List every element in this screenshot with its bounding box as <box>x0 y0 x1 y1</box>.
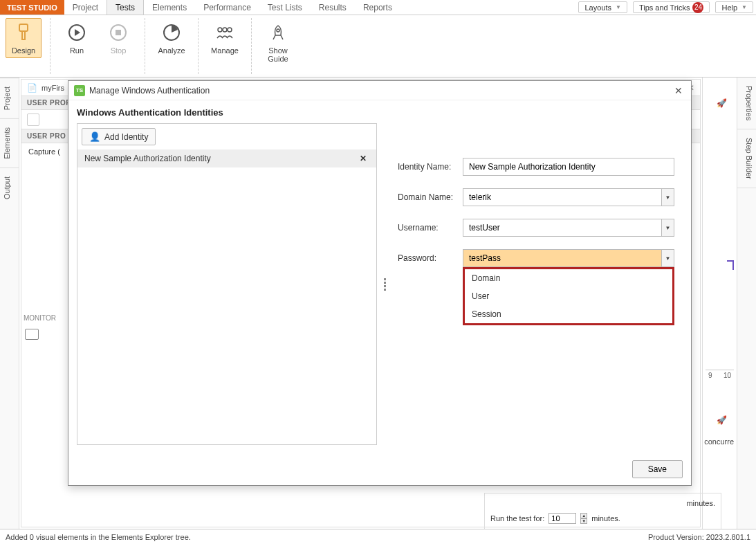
chart-icon <box>160 21 183 44</box>
domain-name-label: Domain Name: <box>398 192 463 202</box>
dialog-body: 👤 Add Identity New Sample Authorization … <box>68 123 691 453</box>
status-bar: Added 0 visual elements in the Elements … <box>0 529 756 544</box>
dropdown-option-user[interactable]: User <box>465 287 672 305</box>
show-guide-label: Show Guide <box>262 46 294 63</box>
svg-marker-3 <box>75 29 80 36</box>
password-input[interactable] <box>463 249 662 267</box>
run-button[interactable]: Run <box>59 18 95 58</box>
svg-point-7 <box>218 28 222 32</box>
menu-tests[interactable]: Tests <box>107 0 144 15</box>
play-icon <box>66 21 88 44</box>
dropdown-option-session[interactable]: Session <box>465 305 672 323</box>
menu-test-lists[interactable]: Test Lists <box>259 0 311 15</box>
identity-list-item[interactable]: New Sample Authorization Identity ✕ <box>77 149 376 167</box>
status-left: Added 0 visual elements in the Elements … <box>6 533 191 541</box>
brush-icon <box>12 21 35 44</box>
menu-elements[interactable]: Elements <box>144 0 195 15</box>
help-label: Help <box>721 3 737 12</box>
analyze-label: Analyze <box>158 46 185 55</box>
left-tab-elements[interactable]: Elements <box>0 118 19 167</box>
monitor-panel: MONITOR <box>21 311 62 344</box>
manage-auth-dialog: TS Manage Windows Authentication ✕ Windo… <box>68 80 692 486</box>
show-guide-button[interactable]: Show Guide <box>260 18 296 66</box>
doc-tab-name[interactable]: myFirs <box>42 84 64 92</box>
add-identity-label: Add Identity <box>104 132 148 142</box>
menu-results[interactable]: Results <box>311 0 355 15</box>
concurrent-label: concurre <box>704 437 734 446</box>
stop-label: Stop <box>111 46 127 55</box>
axis-ten: 10 <box>723 372 731 389</box>
password-label: Password: <box>398 253 463 263</box>
layouts-label: Layouts <box>584 3 611 12</box>
manage-button[interactable]: Manage <box>207 18 243 58</box>
password-dropdown-list: Domain User Session <box>463 267 674 325</box>
help-button[interactable]: Help ▼ <box>715 1 753 13</box>
svg-point-8 <box>223 28 227 32</box>
spinner-buttons[interactable]: ▲▼ <box>580 513 587 524</box>
brand-label: TEST STUDIO <box>0 0 64 15</box>
person-plus-icon: 👤 <box>89 132 100 142</box>
menu-reports[interactable]: Reports <box>355 0 400 15</box>
identities-list-pane: 👤 Add Identity New Sample Authorization … <box>77 123 377 445</box>
layouts-button[interactable]: Layouts ▼ <box>578 1 627 13</box>
rocket-icon[interactable]: 🚀 <box>717 98 727 108</box>
right-side-panel: 🚀 9 10 🚀 concurre <box>702 78 737 529</box>
dialog-title: Manage Windows Authentication <box>89 86 210 96</box>
right-tab-step-builder[interactable]: Step Builder <box>737 129 756 188</box>
axis-nine: 9 <box>708 372 712 389</box>
chevron-down-icon: ▼ <box>616 4 621 10</box>
svg-point-10 <box>277 29 279 32</box>
analyze-button[interactable]: Analyze <box>154 18 190 58</box>
tool-icon-1[interactable] <box>27 114 39 126</box>
menu-project[interactable]: Project <box>64 0 107 15</box>
status-right: Product Version: 2023.2.801.1 <box>648 533 750 541</box>
domain-name-input[interactable] <box>463 188 662 206</box>
tips-label: Tips and Tricks <box>639 3 690 12</box>
identity-form-pane: Identity Name: Domain Name: ▼ Username: … <box>392 123 683 445</box>
axis-ticks: 9 10 <box>706 370 734 390</box>
dialog-subtitle: Windows Authentication Identities <box>68 100 691 123</box>
left-sidebar: Project Elements Output <box>0 78 19 529</box>
remove-identity-icon[interactable]: ✕ <box>357 154 369 163</box>
left-tab-project[interactable]: Project <box>0 78 19 118</box>
domain-dropdown-button[interactable]: ▼ <box>662 188 674 206</box>
left-tab-output[interactable]: Output <box>0 167 19 208</box>
rocket-icon-2[interactable]: 🚀 <box>717 415 727 425</box>
runtest-suffix: minutes. <box>591 514 620 523</box>
username-input[interactable] <box>463 219 662 237</box>
identity-name-input[interactable] <box>463 158 674 176</box>
top-menu-bar: TEST STUDIO Project Tests Elements Perfo… <box>0 0 756 15</box>
dialog-footer: Save <box>68 453 691 485</box>
right-tab-properties[interactable]: Properties <box>737 78 756 129</box>
save-button[interactable]: Save <box>632 460 683 478</box>
monitor-header: MONITOR <box>21 311 62 325</box>
rocket-icon <box>267 21 289 44</box>
svg-point-9 <box>228 28 232 32</box>
close-icon[interactable]: ✕ <box>672 85 685 96</box>
run-label: Run <box>70 46 84 55</box>
app-icon: TS <box>74 85 85 96</box>
svg-rect-1 <box>22 31 25 39</box>
monitor-icon[interactable] <box>25 329 39 340</box>
design-label: Design <box>12 46 35 55</box>
identity-item-label: New Sample Authorization Identity <box>84 154 211 163</box>
design-button[interactable]: Design <box>6 18 42 58</box>
username-dropdown-button[interactable]: ▼ <box>662 219 674 237</box>
purple-marker <box>727 260 734 270</box>
add-identity-button[interactable]: 👤 Add Identity <box>82 128 156 145</box>
username-label: Username: <box>398 223 463 233</box>
manage-label: Manage <box>211 46 239 55</box>
ribbon: Design Run Stop Analyze Manage Show Guid… <box>0 15 756 78</box>
drag-handle[interactable] <box>381 123 388 445</box>
runtest-input[interactable] <box>548 513 576 524</box>
file-icon: 📄 <box>27 83 37 93</box>
svg-rect-0 <box>19 24 28 31</box>
tips-badge: 24 <box>692 2 703 13</box>
password-dropdown-button[interactable]: ▼ <box>662 249 674 267</box>
dropdown-option-domain[interactable]: Domain <box>465 269 672 287</box>
stop-icon <box>107 21 129 44</box>
rampup-suffix: minutes. <box>686 499 715 507</box>
bottom-form: minutes. Run the test for: ▲▼ minutes. <box>484 493 721 530</box>
menu-performance[interactable]: Performance <box>195 0 259 15</box>
tips-button[interactable]: Tips and Tricks 24 <box>633 1 710 13</box>
